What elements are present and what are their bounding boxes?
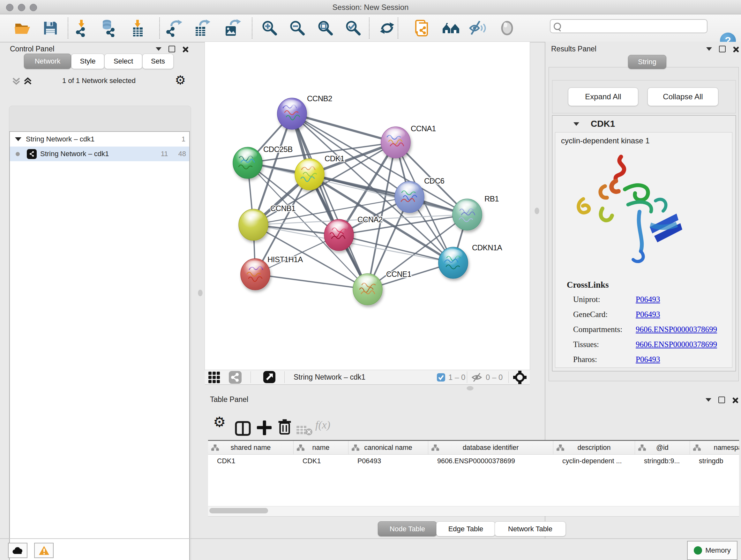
crosslink-link[interactable]: P06493 [636,295,660,304]
network-node-ccnb1[interactable] [239,209,268,240]
column-header[interactable]: shared name [208,441,293,454]
float-panel-icon[interactable] [718,396,725,403]
cell-name[interactable]: CDK1 [293,457,348,465]
cloud-button[interactable] [8,543,27,558]
network-node-ccna1[interactable] [381,127,410,158]
zoom-selected-icon[interactable] [344,19,362,37]
column-header[interactable]: canonical name [348,441,428,454]
table-horizontal-scrollbar[interactable] [208,506,739,515]
lens-icon[interactable] [498,19,516,37]
cell-namespace[interactable]: stringdb [690,457,739,465]
export-image-icon[interactable] [223,19,241,37]
close-panel-icon[interactable] [182,46,188,52]
collapse-all-button[interactable]: Collapse All [648,87,718,106]
close-panel-icon[interactable] [732,397,738,403]
collapse-panel-icon[interactable] [156,47,161,51]
add-column-icon[interactable] [256,420,273,436]
network-node-cdc25b[interactable] [233,147,262,179]
export-table-icon[interactable] [193,19,211,37]
collapse-gene-icon[interactable] [574,122,579,126]
tab-network-table[interactable]: Network Table [495,521,566,537]
close-panel-icon[interactable] [733,46,738,52]
birds-eye-view-icon[interactable] [513,371,527,384]
selected-checkbox-icon[interactable] [437,373,445,381]
import-network-database-icon[interactable] [100,19,118,37]
open-in-window-icon[interactable] [263,371,275,383]
network-node-ccne1[interactable] [353,273,382,305]
network-collection-row[interactable]: String Network – cdk1 1 [10,132,189,146]
tab-string[interactable]: String [628,55,666,69]
network-node-ccna2[interactable] [324,219,354,251]
network-node-rb1[interactable] [453,199,482,230]
export-network-icon[interactable] [165,19,183,37]
network-node-cdc6[interactable] [395,181,424,212]
cell-database-identifier[interactable]: 9606.ENSP00000378699 [428,457,553,465]
float-panel-icon[interactable] [719,46,726,52]
scrollbar-thumb[interactable] [209,508,268,513]
expand-all-icon[interactable] [23,76,32,86]
grid-view-icon[interactable] [208,371,220,384]
tab-node-table[interactable]: Node Table [378,521,437,537]
search-field[interactable] [550,19,708,33]
column-header[interactable]: name [293,441,348,454]
table-row[interactable]: CDK1 CDK1 P06493 9606.ENSP00000378699 cy… [208,455,739,468]
save-session-icon[interactable] [42,19,59,37]
expand-all-button[interactable]: Expand All [568,87,638,106]
left-splitter-handle[interactable] [198,289,203,296]
zoom-out-icon[interactable] [288,19,307,37]
network-node-hist1h1a[interactable] [241,259,270,290]
cell-id[interactable]: stringdb:9... [635,457,690,465]
network-graph[interactable]: CCNB2CCNA1CDC25BCDK1CDC6RB1CCNB1CCNA2CDK… [205,42,530,370]
collapse-all-icon[interactable] [11,76,21,86]
tree-expanded-icon[interactable] [15,137,21,141]
tab-edge-table[interactable]: Edge Table [436,521,495,537]
network-node-cdkn1a[interactable] [439,247,468,278]
open-session-icon[interactable] [13,19,31,37]
crosslink-link[interactable]: 9606.ENSP00000378699 [636,325,717,334]
node-table[interactable]: shared name name canonical name database… [208,440,739,516]
cell-shared-name[interactable]: CDK1 [208,457,293,465]
cell-canonical-name[interactable]: P06493 [348,457,428,465]
table-settings-gear-icon[interactable]: ⚙ [213,414,226,430]
crosslink-link[interactable]: P06493 [636,355,660,364]
column-header[interactable]: description [553,441,635,454]
hide-display-icon[interactable] [469,19,487,37]
tab-select[interactable]: Select [105,54,142,69]
network-node-ccnb2[interactable] [277,98,307,129]
tab-style[interactable]: Style [71,54,105,69]
network-edge[interactable] [255,274,367,289]
zoom-fit-icon[interactable] [317,19,334,37]
collapse-panel-icon[interactable] [705,398,711,401]
refresh-layout-icon[interactable] [378,19,396,37]
import-network-file-icon[interactable] [72,19,90,37]
show-columns-icon[interactable] [234,420,251,437]
tab-sets[interactable]: Sets [142,54,174,69]
network-options-gear-icon[interactable]: ⚙ [175,73,186,87]
crosslink-link[interactable]: P06493 [636,310,660,319]
delete-column-icon[interactable] [276,419,293,435]
network-edge[interactable] [339,235,453,263]
gene-header[interactable]: CDK1 [552,116,736,132]
home-icon[interactable] [442,19,460,37]
network-view-icon[interactable] [229,371,242,384]
import-table-icon[interactable] [129,19,146,37]
network-row-selected[interactable]: String Network – cdk1 11 48 [10,146,189,161]
bottom-splitter-handle[interactable] [467,386,474,390]
right-splitter-handle[interactable] [535,207,539,214]
collapse-panel-icon[interactable] [706,47,712,51]
column-header[interactable]: @id [635,441,690,454]
float-panel-icon[interactable] [169,46,175,52]
network-node-cdk1[interactable] [295,159,324,190]
warning-button[interactable] [34,543,54,558]
cell-description[interactable]: cyclin-dependent ... [553,457,635,465]
crosslink-link[interactable]: 9606.ENSP00000378699 [636,340,717,349]
network-canvas[interactable]: CCNB2CCNA1CDC25BCDK1CDC6RB1CCNB1CCNA2CDK… [205,42,530,370]
share-document-icon[interactable] [414,19,432,37]
column-header[interactable]: database identifier [428,441,553,454]
zoom-in-icon[interactable] [261,19,279,37]
tab-network[interactable]: Network [24,54,71,69]
column-header[interactable]: namespace [690,441,739,454]
memory-button[interactable]: Memory [687,541,738,560]
control-panel: Control Panel Network Style Select Sets … [0,42,204,538]
search-input[interactable] [563,22,702,30]
